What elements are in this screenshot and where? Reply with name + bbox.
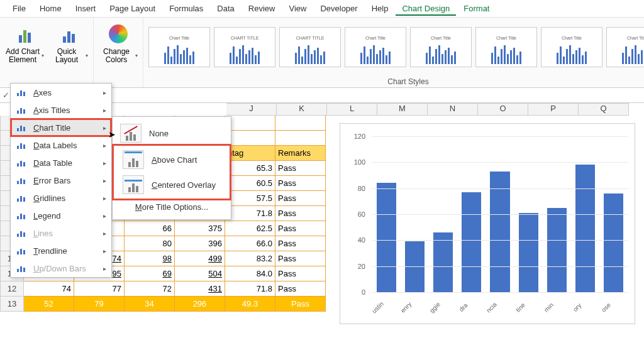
- menu-gridlines[interactable]: Gridlines▸: [11, 189, 111, 207]
- tab-home[interactable]: Home: [33, 1, 68, 16]
- cell[interactable]: 62.5: [225, 221, 275, 236]
- cell[interactable]: Pass: [275, 191, 326, 206]
- cell[interactable]: 52: [24, 297, 74, 312]
- cell[interactable]: 66: [125, 221, 175, 236]
- tab-developer[interactable]: Developer: [314, 1, 364, 16]
- chart-style-5[interactable]: Chart Title: [410, 27, 472, 67]
- chart-bar[interactable]: [377, 183, 396, 292]
- cell[interactable]: Pass: [275, 161, 326, 176]
- cell[interactable]: 504: [175, 266, 225, 281]
- chart-title-centered[interactable]: Centered Overlay: [115, 172, 228, 197]
- cell[interactable]: Remarks: [275, 146, 326, 161]
- tab-format[interactable]: Format: [457, 1, 496, 16]
- row-header-13[interactable]: 13: [0, 297, 24, 312]
- more-title-options[interactable]: More Title Options...: [113, 199, 231, 215]
- svg-rect-12: [17, 163, 19, 166]
- tab-file[interactable]: File: [6, 1, 32, 16]
- cell[interactable]: 49.3: [225, 297, 275, 312]
- chart-bar[interactable]: [604, 194, 623, 292]
- row-header-12[interactable]: 12: [0, 281, 24, 297]
- menu-data-labels[interactable]: Data Labels▸: [11, 136, 111, 154]
- embedded-chart[interactable]: 020406080100120 ustinenryggiedranciatine…: [340, 123, 635, 324]
- column-header-M[interactable]: M: [377, 103, 428, 116]
- cell[interactable]: 65.3: [225, 161, 275, 176]
- tab-view[interactable]: View: [282, 1, 313, 16]
- confirm-icon[interactable]: ✓: [3, 90, 9, 100]
- cell[interactable]: 57.5: [225, 191, 275, 206]
- cell[interactable]: Pass: [275, 221, 326, 236]
- chart-style-3[interactable]: CHART TITLE: [279, 27, 341, 67]
- cell[interactable]: [225, 116, 275, 131]
- column-header-J[interactable]: J: [226, 103, 277, 116]
- cell[interactable]: 396: [175, 236, 225, 251]
- cell[interactable]: 80: [125, 236, 175, 251]
- cell[interactable]: 74: [24, 281, 74, 297]
- cell[interactable]: 34: [125, 297, 175, 312]
- chart-style-8[interactable]: Chart Title: [606, 27, 644, 67]
- menu-axis-titles[interactable]: Axis Titles▸: [11, 101, 111, 119]
- cell[interactable]: Pass: [275, 206, 326, 221]
- chart-style-1[interactable]: Chart Title: [148, 27, 210, 67]
- menu-trendline[interactable]: Trendline▸: [11, 242, 111, 259]
- column-header-Q[interactable]: Q: [579, 103, 629, 116]
- menu-legend[interactable]: Legend▸: [11, 207, 111, 224]
- chart-style-2[interactable]: CHART TITLE: [214, 27, 275, 67]
- quick-layout-button[interactable]: Quick Layout▾: [48, 20, 89, 85]
- tab-data[interactable]: Data: [211, 1, 240, 16]
- column-header-L[interactable]: L: [327, 103, 377, 116]
- cell[interactable]: 79: [74, 297, 125, 312]
- chart-bar[interactable]: [490, 172, 509, 292]
- cell[interactable]: 98: [125, 251, 175, 266]
- cell[interactable]: 296: [175, 297, 225, 312]
- chart-bar[interactable]: [462, 192, 481, 292]
- column-header-N[interactable]: N: [428, 103, 478, 116]
- chart-style-7[interactable]: Chart Title: [541, 27, 602, 67]
- cell[interactable]: 71.8: [225, 206, 275, 221]
- cell[interactable]: 83.2: [225, 251, 275, 266]
- cell[interactable]: 84.0: [225, 266, 275, 281]
- change-colors-button[interactable]: Change Colors▾: [97, 20, 139, 67]
- add-chart-element-button[interactable]: Add Chart Element▾: [4, 20, 45, 85]
- cell[interactable]: [275, 131, 326, 146]
- tab-insert[interactable]: Insert: [69, 1, 103, 16]
- chart-bar[interactable]: [519, 213, 538, 292]
- cell[interactable]: Pass: [275, 251, 326, 266]
- cell[interactable]: ntag: [225, 146, 275, 161]
- menu-data-table[interactable]: Data Table▸: [11, 154, 111, 172]
- chart-bar[interactable]: [405, 241, 425, 292]
- cell[interactable]: Pass: [275, 281, 326, 297]
- cell[interactable]: 66.0: [225, 236, 275, 251]
- column-header-P[interactable]: P: [528, 103, 579, 116]
- tab-formulas[interactable]: Formulas: [163, 1, 209, 16]
- cell[interactable]: 431: [175, 281, 225, 297]
- cell[interactable]: Pass: [275, 266, 326, 281]
- cell[interactable]: 77: [74, 281, 125, 297]
- tab-chart-design[interactable]: Chart Design: [396, 1, 456, 16]
- cell[interactable]: 375: [175, 221, 225, 236]
- chart-bar[interactable]: [575, 165, 595, 292]
- cell[interactable]: Pass: [275, 236, 326, 251]
- cell[interactable]: 69: [125, 266, 175, 281]
- menu-axes[interactable]: Axes▸: [11, 84, 111, 101]
- cell[interactable]: 72: [125, 281, 175, 297]
- tab-page-layout[interactable]: Page Layout: [103, 1, 162, 16]
- chart-title-none[interactable]: None: [113, 121, 231, 146]
- cell[interactable]: 499: [175, 251, 225, 266]
- cell[interactable]: Pass: [275, 176, 326, 191]
- chart-style-6[interactable]: Chart Title: [475, 27, 537, 67]
- column-header-O[interactable]: O: [478, 103, 528, 116]
- chart-title-above[interactable]: AAbove Chartbove Chart: [115, 147, 228, 172]
- column-header-K[interactable]: K: [277, 103, 327, 116]
- tab-help[interactable]: Help: [365, 1, 395, 16]
- chart-bar[interactable]: [433, 232, 453, 292]
- tab-review[interactable]: Review: [242, 1, 282, 16]
- cell[interactable]: [225, 131, 275, 146]
- cell[interactable]: 60.5: [225, 176, 275, 191]
- cell[interactable]: 71.8: [225, 281, 275, 297]
- cell[interactable]: Pass: [275, 297, 326, 312]
- chart-bar[interactable]: [547, 208, 567, 292]
- chart-style-4[interactable]: Chart Title: [345, 27, 406, 67]
- menu-error-bars[interactable]: Error Bars▸: [11, 172, 111, 189]
- cell[interactable]: [275, 116, 326, 131]
- menu-chart-title[interactable]: Chart Title▸: [11, 119, 111, 136]
